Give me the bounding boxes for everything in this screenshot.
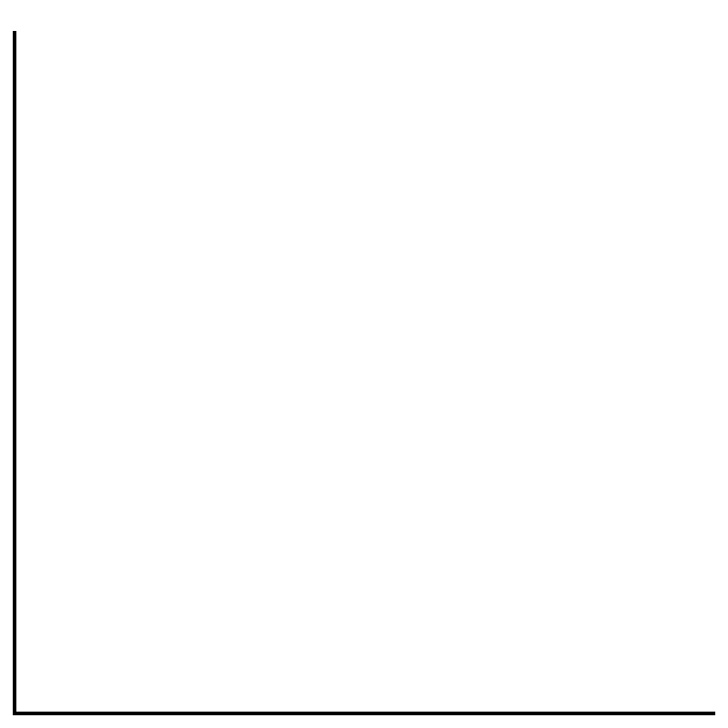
chart-plot-area bbox=[13, 31, 715, 715]
chart-curve bbox=[16, 31, 715, 712]
